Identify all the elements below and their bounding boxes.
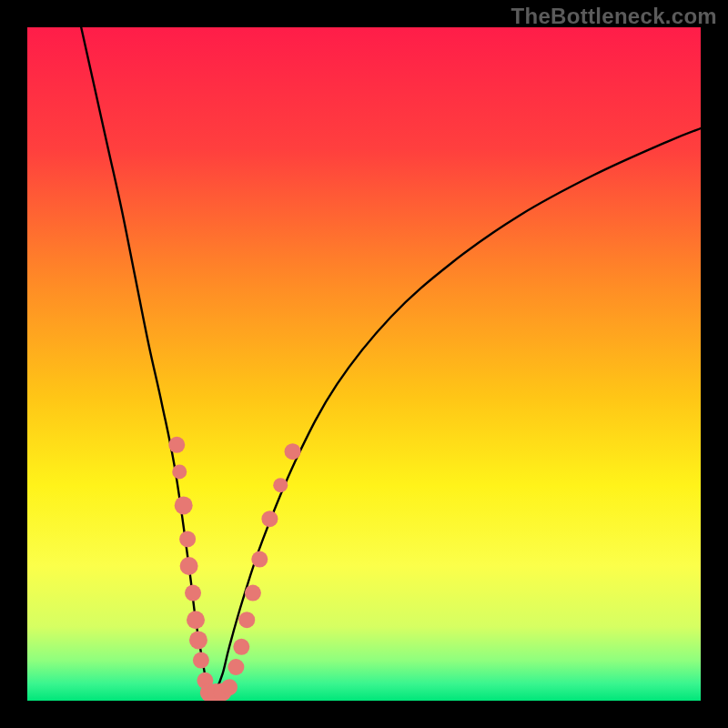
data-marker xyxy=(233,639,249,655)
data-marker xyxy=(261,511,278,527)
data-marker xyxy=(179,531,196,547)
data-marker xyxy=(193,652,209,669)
chart-frame: TheBottleneck.com xyxy=(0,0,728,728)
data-marker xyxy=(172,464,187,479)
data-marker xyxy=(185,585,201,602)
data-marker xyxy=(189,631,207,649)
data-marker xyxy=(245,585,261,602)
data-marker xyxy=(238,612,255,628)
data-marker xyxy=(273,478,288,492)
data-marker xyxy=(251,551,268,568)
watermark-text: TheBottleneck.com xyxy=(511,4,717,29)
data-marker xyxy=(285,443,301,460)
data-marker xyxy=(221,679,238,695)
data-marker xyxy=(175,496,193,514)
data-marker xyxy=(168,437,185,453)
data-marker xyxy=(187,611,205,629)
data-marker xyxy=(180,557,198,575)
plot-area xyxy=(27,27,701,701)
bottleneck-curve xyxy=(27,27,701,701)
data-marker xyxy=(228,659,244,675)
